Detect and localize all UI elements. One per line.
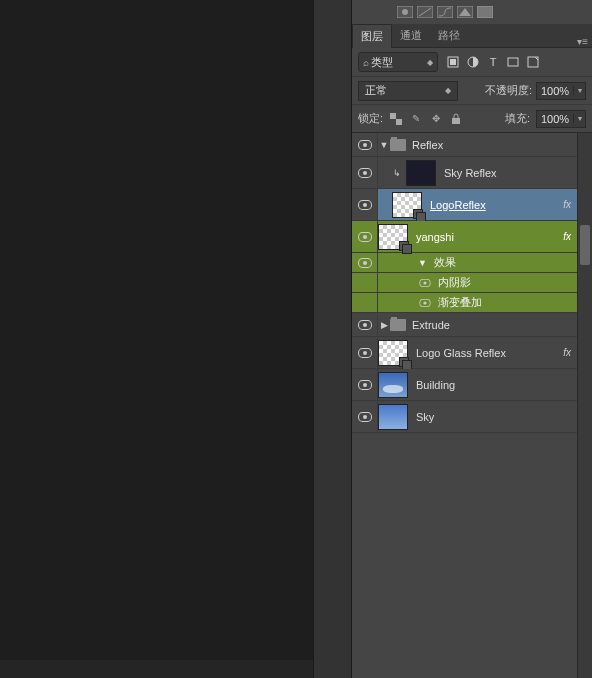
blend-opacity-row: 正常 ◆ 不透明度: 100% ▾ (352, 76, 592, 104)
opacity-value: 100% (537, 85, 573, 97)
eye-icon (419, 299, 430, 307)
chevron-down-icon[interactable]: ▾ (573, 86, 585, 95)
filter-shape-icon[interactable] (506, 55, 520, 69)
filter-smartobject-icon[interactable] (526, 55, 540, 69)
visibility-toggle[interactable] (352, 157, 378, 188)
tab-channels[interactable]: 通道 (392, 24, 430, 47)
visibility-toggle[interactable] (352, 293, 378, 312)
layer-logo-reflex[interactable]: LogoReflex fx (352, 189, 592, 221)
lock-position-icon[interactable]: ✥ (429, 112, 443, 126)
blend-mode-dropdown[interactable]: 正常 ◆ (358, 81, 458, 101)
fill-input[interactable]: 100% ▾ (536, 110, 586, 128)
layer-yangshi[interactable]: yangshi fx (352, 221, 592, 253)
eye-icon (358, 258, 372, 268)
fx-badge[interactable]: fx (560, 231, 574, 242)
preset-icon-3[interactable] (436, 5, 454, 19)
layer-building[interactable]: Building (352, 369, 592, 401)
chevron-down-icon[interactable]: ▾ (573, 114, 585, 123)
preset-icon-2[interactable] (416, 5, 434, 19)
layer-thumbnail[interactable] (378, 224, 408, 250)
filter-adjustment-icon[interactable] (466, 55, 480, 69)
svg-rect-9 (508, 58, 518, 66)
lock-fill-row: 锁定: ✎ ✥ 填充: 100% ▾ (352, 104, 592, 132)
visibility-toggle[interactable] (352, 401, 378, 432)
lock-pixels-icon[interactable]: ✎ (409, 112, 423, 126)
layer-name: Logo Glass Reflex (416, 347, 506, 359)
panel-tabs: 图层 通道 路径 ▾≡ (352, 24, 592, 48)
fx-effects-header[interactable]: ▼ 效果 (352, 253, 592, 273)
lock-label: 锁定: (358, 111, 383, 126)
layers-list[interactable]: ▼ Reflex ↳ Sky Reflex LogoReflex fx (352, 132, 592, 678)
layer-name[interactable]: LogoReflex (430, 199, 486, 211)
fx-badge[interactable]: fx (560, 199, 574, 210)
eye-icon (358, 200, 372, 210)
visibility-toggle[interactable] (418, 278, 432, 288)
chevron-down-icon: ◆ (445, 86, 451, 95)
svg-rect-5 (477, 6, 493, 18)
visibility-toggle[interactable] (352, 337, 378, 368)
filter-type-dropdown[interactable]: ⌕ 类型 ◆ (358, 52, 438, 72)
layer-thumbnail[interactable] (378, 372, 408, 398)
eye-icon (358, 232, 372, 242)
layer-sky-reflex[interactable]: ↳ Sky Reflex (352, 157, 592, 189)
eye-icon (358, 140, 372, 150)
scrollbar-thumb[interactable] (580, 225, 590, 265)
layer-sky[interactable]: Sky (352, 401, 592, 433)
visibility-toggle[interactable] (352, 313, 378, 336)
visibility-toggle[interactable] (352, 133, 378, 156)
filter-type-icon[interactable]: T (486, 55, 500, 69)
eye-icon (419, 279, 430, 287)
collapse-toggle[interactable]: ▼ (418, 258, 430, 268)
collapse-toggle[interactable]: ▶ (378, 320, 390, 330)
filter-pixel-icon[interactable] (446, 55, 460, 69)
lock-transparency-icon[interactable] (389, 112, 403, 126)
fx-inner-shadow[interactable]: 内阴影 (352, 273, 592, 293)
filter-row: ⌕ 类型 ◆ T (352, 48, 592, 76)
layer-thumbnail[interactable] (378, 404, 408, 430)
layer-name: Extrude (412, 319, 450, 331)
layers-panel: 图层 通道 路径 ▾≡ ⌕ 类型 ◆ T 正常 ◆ 不透明度: 100% ▾ 锁… (352, 0, 592, 678)
preset-icon-4[interactable] (456, 5, 474, 19)
layer-logo-glass-reflex[interactable]: Logo Glass Reflex fx (352, 337, 592, 369)
tab-layers[interactable]: 图层 (352, 24, 392, 48)
svg-rect-13 (452, 118, 460, 124)
eye-icon (358, 412, 372, 422)
visibility-toggle[interactable] (352, 369, 378, 400)
fx-badge[interactable]: fx (560, 347, 574, 358)
panel-dock-gap (313, 0, 352, 678)
folder-icon (390, 319, 406, 331)
visibility-toggle[interactable] (352, 253, 378, 272)
fx-label: 渐变叠加 (438, 295, 482, 310)
layer-thumbnail[interactable] (392, 192, 422, 218)
layer-group-reflex[interactable]: ▼ Reflex (352, 133, 592, 157)
visibility-toggle[interactable] (418, 298, 432, 308)
panel-menu-icon[interactable]: ▾≡ (577, 36, 588, 47)
eye-icon (358, 320, 372, 330)
fx-label: 内阴影 (438, 275, 471, 290)
visibility-toggle[interactable] (352, 189, 378, 220)
fill-label[interactable]: 填充: (505, 111, 530, 126)
opacity-label[interactable]: 不透明度: (485, 83, 532, 98)
layer-group-extrude[interactable]: ▶ Extrude (352, 313, 592, 337)
collapse-toggle[interactable]: ▼ (378, 140, 390, 150)
visibility-toggle[interactable] (352, 221, 378, 252)
layer-thumbnail[interactable] (406, 160, 436, 186)
canvas-area (0, 0, 313, 678)
lock-all-icon[interactable] (449, 112, 463, 126)
preset-icon-1[interactable] (396, 5, 414, 19)
layer-thumbnail[interactable] (378, 340, 408, 366)
visibility-toggle[interactable] (352, 273, 378, 292)
opacity-input[interactable]: 100% ▾ (536, 82, 586, 100)
eye-icon (358, 380, 372, 390)
blend-mode-label: 正常 (365, 83, 445, 98)
fill-value: 100% (537, 113, 573, 125)
fx-gradient-overlay[interactable]: 渐变叠加 (352, 293, 592, 313)
eye-icon (358, 168, 372, 178)
preset-icon-5[interactable] (476, 5, 494, 19)
tab-paths[interactable]: 路径 (430, 24, 468, 47)
layer-name: yangshi (416, 231, 454, 243)
layer-name: Building (416, 379, 455, 391)
svg-rect-11 (390, 113, 396, 119)
folder-icon (390, 139, 406, 151)
svg-rect-7 (450, 59, 456, 65)
